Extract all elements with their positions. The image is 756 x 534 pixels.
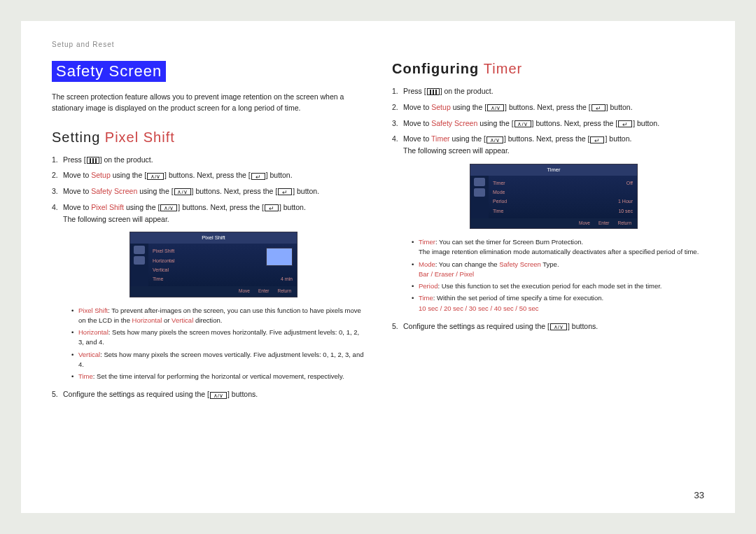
step-5: Configure the settings as required using…	[392, 321, 704, 332]
step-5: Configure the settings as required using…	[52, 388, 364, 400]
bullet: Period: Use this function to set the exe…	[412, 281, 704, 291]
enter-icon	[618, 120, 632, 127]
up-down-icon: ∧/∨	[487, 104, 504, 111]
step-2: Move to Setup using the [∧/∨] buttons. N…	[392, 101, 704, 113]
osd-side-icon	[134, 246, 145, 254]
steps-timer: Press [] on the product. Move to Setup u…	[392, 85, 704, 332]
up-down-icon: ∧/∨	[174, 188, 191, 195]
h2-bold: Configuring	[392, 61, 484, 76]
osd-preview-box	[266, 248, 293, 266]
heading-configuring-timer: Configuring Timer	[392, 61, 704, 77]
h2-accent: Timer	[484, 61, 522, 76]
two-column-layout: Safety Screen The screen protection feat…	[52, 61, 704, 405]
step-4: Move to Timer using the [∧/∨] buttons. N…	[392, 133, 704, 313]
bullet: Mode: You can change the Safety Screen T…	[412, 260, 704, 280]
h2-plain: Setting	[52, 129, 105, 145]
up-down-icon: ∧/∨	[486, 136, 503, 143]
osd-side-icon	[134, 256, 145, 265]
intro-text: The screen protection feature allows you…	[52, 92, 364, 114]
step-1: Press [] on the product.	[392, 85, 704, 97]
heading-safety-screen: Safety Screen	[52, 61, 166, 82]
heading-setting-pixel-shift: Setting Pixel Shift	[52, 129, 364, 146]
step-2: Move to Setup using the [∧/∨] buttons. N…	[52, 169, 364, 181]
osd-sidebar	[470, 176, 489, 218]
manual-page: Setup and Reset Safety Screen The screen…	[21, 21, 735, 513]
bullet: Horizontal: Sets how many pixels the scr…	[71, 328, 364, 348]
up-down-icon: ∧/∨	[550, 323, 567, 330]
menu-icon	[427, 88, 440, 95]
osd-side-icon	[474, 178, 485, 186]
up-down-icon: ∧/∨	[147, 173, 164, 180]
step-4: Move to Pixel Shift using the [∧/∨] butt…	[52, 202, 364, 381]
left-column: Safety Screen The screen protection feat…	[52, 61, 364, 405]
enter-icon	[590, 136, 604, 143]
breadcrumb: Setup and Reset	[52, 41, 704, 48]
osd-footer: Move Enter Return	[130, 286, 297, 296]
step-3: Move to Safety Screen using the [∧/∨] bu…	[52, 185, 364, 197]
bullets-timer: Timer: You can set the timer for Screen …	[412, 237, 704, 314]
h2-accent: Pixel Shift	[105, 129, 175, 145]
bullet: Pixel Shift: To prevent after-images on …	[71, 306, 364, 326]
step-1: Press [] on the product.	[52, 154, 364, 166]
page-number: 33	[694, 490, 704, 500]
osd-side-icon	[474, 188, 485, 197]
osd-title: Timer	[470, 164, 637, 176]
osd-title: Pixel Shift	[130, 232, 297, 244]
bullet: Time: Within the set period of time spec…	[412, 293, 704, 314]
enter-icon	[265, 204, 279, 211]
menu-icon	[87, 157, 99, 164]
up-down-icon: ∧/∨	[514, 120, 531, 127]
bullet: Time: Set the time interval for performi…	[71, 372, 364, 381]
step-3: Move to Safety Screen using the [∧/∨] bu…	[392, 118, 704, 129]
osd-footer: Move Enter Return	[470, 218, 637, 228]
bullet: Vertical: Sets how many pixels the scree…	[71, 350, 364, 370]
right-column: Configuring Timer Press [] on the produc…	[392, 61, 704, 405]
enter-icon	[251, 173, 265, 180]
enter-icon	[278, 188, 292, 195]
steps-pixel-shift: Press [] on the product. Move to Setup u…	[52, 154, 364, 401]
osd-timer: Timer TimerOff Mode Period1 Hour Time10 …	[470, 164, 638, 229]
bullets-pixel-shift: Pixel Shift: To prevent after-images on …	[71, 306, 364, 382]
up-down-icon: ∧/∨	[210, 392, 227, 399]
up-down-icon: ∧/∨	[160, 204, 177, 211]
osd-pixel-shift: Pixel Shift Pixel Shift Horizontal Verti…	[130, 232, 298, 297]
osd-sidebar	[130, 244, 148, 286]
bullet: Timer: You can set the timer for Screen …	[412, 237, 704, 258]
enter-icon	[592, 104, 606, 111]
